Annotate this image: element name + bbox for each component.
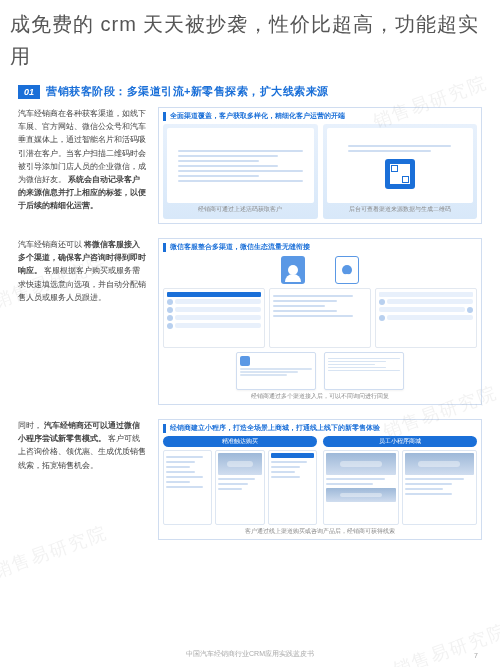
slide1-body: 经销商可通过上述活码获取客户 后台可查看渠道来源数据与生成二维码 (163, 124, 477, 219)
slide3-label-right: 员工小程序商城 (323, 436, 477, 447)
footer: 中国汽车经销商行业CRM应用实践蓝皮书 (0, 649, 500, 659)
slide3-screens-right (323, 450, 477, 525)
slide2-screen-2 (269, 288, 371, 348)
mini-screen-1 (163, 450, 212, 525)
slide3-col-left: 精准触达购买 (163, 436, 317, 525)
row1-text: 汽车经销商在各种获客渠道，如线下车展、官方网站、微信公众号和汽车垂直媒体上，通过… (18, 107, 148, 224)
slide3-caption: 客户通过线上渠道购买或咨询产品后，经销商可获得线索 (163, 528, 477, 535)
slide2-marker (163, 243, 166, 252)
row2-slide-container: 微信客服整合多渠道，微信生态流量无缝衔接 (158, 238, 482, 405)
section-title: 营销获客阶段：多渠道引流+新零售探索，扩大线索来源 (46, 84, 329, 99)
slide2-screen-1 (163, 288, 265, 348)
content-row-2: 汽车经销商还可以 将微信客服接入多个渠道，确保客户咨询时得到即时响应。 客服根据… (18, 238, 482, 405)
row3-text-pre: 同时， (18, 421, 42, 430)
content-row-3: 同时， 汽车经销商还可以通过微信小程序尝试新零售模式。 客户可线上咨询价格、领优… (18, 419, 482, 540)
row3-slide: 经销商建立小程序，打造全场景上商城，打通线上线下的新零售体验 精准触达购买 (158, 419, 482, 540)
slide1-panel-left-inner (167, 128, 314, 203)
slide3-title: 经销商建立小程序，打造全场景上商城，打通线上线下的新零售体验 (170, 424, 380, 433)
qr-code-icon (385, 159, 415, 189)
row3-slide-container: 经销商建立小程序，打造全场景上商城，打通线上线下的新零售体验 精准触达购买 (158, 419, 482, 540)
car-image-icon (218, 453, 261, 475)
slide1-marker (163, 112, 166, 121)
section-header: 01 营销获客阶段：多渠道引流+新零售探索，扩大线索来源 (18, 84, 482, 99)
slide3-label-left: 精准触达购买 (163, 436, 317, 447)
row3-text: 同时， 汽车经销商还可以通过微信小程序尝试新零售模式。 客户可线上咨询价格、领优… (18, 419, 148, 540)
mini-screen-5 (402, 450, 478, 525)
slide2-avatar-row (163, 256, 477, 284)
row1-text-pre: 汽车经销商在各种获客渠道，如线下车展、官方网站、微信公众号和汽车垂直媒体上，通过… (18, 109, 146, 184)
slide1-caption-left: 经销商可通过上述活码获取客户 (167, 206, 314, 213)
avatar-icon-left (281, 256, 305, 284)
watermark: 销售易研究院 (390, 618, 500, 667)
slide1-title: 全面渠道覆盖，客户获取多样化，精细化客户运营的开端 (170, 112, 345, 121)
page-number: 7 (474, 652, 478, 659)
slide2-card-2 (324, 352, 404, 390)
row1-slide-container: 全面渠道覆盖，客户获取多样化，精细化客户运营的开端 经销商可通过上述活码获取客户 (158, 107, 482, 224)
slide2-title-bar: 微信客服整合多渠道，微信生态流量无缝衔接 (163, 243, 477, 252)
slide1-panel-left: 经销商可通过上述活码获取客户 (163, 124, 318, 219)
car-image-icon-4 (405, 453, 475, 475)
slide1-panel-right-inner (327, 128, 474, 203)
slide1-title-bar: 全面渠道覆盖，客户获取多样化，精细化客户运营的开端 (163, 112, 477, 121)
slide2-card-1 (236, 352, 316, 390)
slide1-caption-right: 后台可查看渠道来源数据与生成二维码 (327, 206, 474, 213)
slide3-col-right: 员工小程序商城 (323, 436, 477, 525)
mini-screen-2 (215, 450, 264, 525)
card-icon (240, 356, 250, 366)
mini-screen-4 (323, 450, 399, 525)
content-area: 01 营销获客阶段：多渠道引流+新零售探索，扩大线索来源 汽车经销商在各种获客渠… (0, 84, 500, 540)
slide1-panel-right: 后台可查看渠道来源数据与生成二维码 (323, 124, 478, 219)
row2-slide: 微信客服整合多渠道，微信生态流量无缝衔接 (158, 238, 482, 405)
slide2-bottom-cards (163, 352, 477, 390)
slide3-title-bar: 经销商建立小程序，打造全场景上商城，打通线上线下的新零售体验 (163, 424, 477, 433)
page-title: 成免费的 crm 天天被抄袭，性价比超高，功能超实用 (0, 0, 500, 84)
row2-text: 汽车经销商还可以 将微信客服接入多个渠道，确保客户咨询时得到即时响应。 客服根据… (18, 238, 148, 405)
row2-text-pre: 汽车经销商还可以 (18, 240, 82, 249)
slide3-body: 精准触达购买 (163, 436, 477, 525)
slide2-title: 微信客服整合多渠道，微信生态流量无缝衔接 (170, 243, 310, 252)
mini-screen-3 (268, 450, 317, 525)
slide3-screens-left (163, 450, 317, 525)
footer-text: 中国汽车经销商行业CRM应用实践蓝皮书 (186, 649, 314, 659)
row1-slide: 全面渠道覆盖，客户获取多样化，精细化客户运营的开端 经销商可通过上述活码获取客户 (158, 107, 482, 224)
slide2-screen-3 (375, 288, 477, 348)
content-row-1: 汽车经销商在各种获客渠道，如线下车展、官方网站、微信公众号和汽车垂直媒体上，通过… (18, 107, 482, 224)
car-image-icon-3 (326, 488, 396, 502)
car-image-icon-2 (326, 453, 396, 475)
slide2-body (163, 288, 477, 348)
avatar-icon-right (335, 256, 359, 284)
section-number: 01 (18, 85, 40, 99)
slide2-caption: 经销商通过多个渠道接入后，可以不同询问进行回复 (163, 393, 477, 400)
slide3-marker (163, 424, 166, 433)
